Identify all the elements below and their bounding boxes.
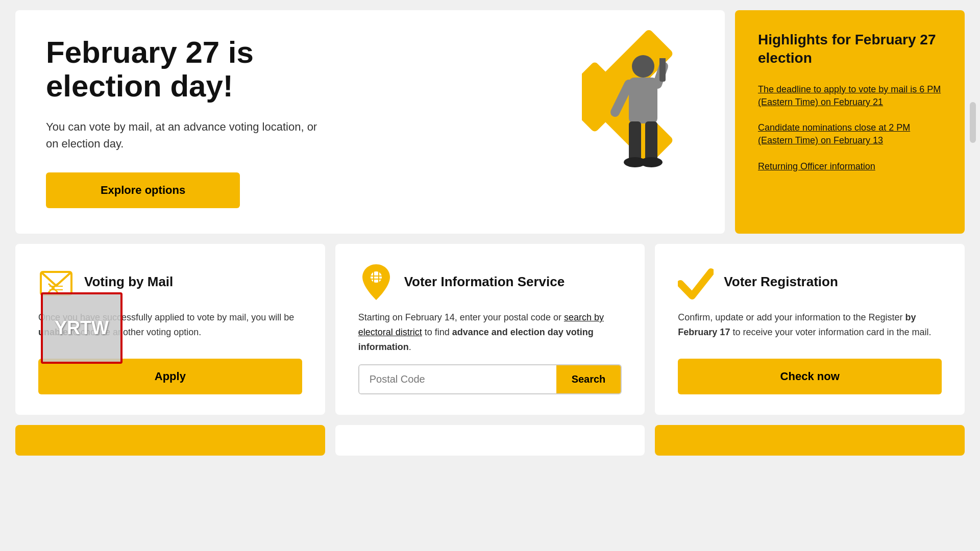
voter-info-title: Voter Information Service xyxy=(404,273,565,291)
highlights-title: Highlights for February 27 election xyxy=(758,31,942,68)
highlights-card: Highlights for February 27 election The … xyxy=(735,10,965,234)
postal-code-input[interactable] xyxy=(359,365,556,393)
explore-options-button[interactable]: Explore options xyxy=(46,172,240,208)
highlight-link-nominations[interactable]: Candidate nominations close at 2 PM (Eas… xyxy=(758,121,942,147)
highlight-link-returning-officer[interactable]: Returning Officer information xyxy=(758,160,942,173)
partial-card-2 xyxy=(335,425,645,456)
svg-rect-6 xyxy=(659,56,666,82)
voter-registration-card: Voter Registration Confirm, update or ad… xyxy=(655,244,965,415)
location-pin-icon xyxy=(358,264,394,300)
hero-card: February 27 is election day! You can vot… xyxy=(15,10,725,234)
voting-by-mail-card: Voting by Mail Once you have successfull… xyxy=(15,244,325,415)
apply-button[interactable]: Apply xyxy=(38,359,302,394)
voter-info-text: Starting on February 14, enter your post… xyxy=(358,310,622,354)
hero-content: February 27 is election day! You can vot… xyxy=(46,36,332,208)
hero-subtitle: You can vote by mail, at an advance voti… xyxy=(46,118,332,152)
checkmark-icon xyxy=(678,264,714,300)
postal-input-group: Search xyxy=(358,364,622,394)
check-now-button[interactable]: Check now xyxy=(678,359,942,394)
voter-information-card: Voter Information Service Starting on Fe… xyxy=(335,244,645,415)
yrtw-text: YRTW xyxy=(55,317,109,339)
voter-info-header: Voter Information Service xyxy=(358,264,622,300)
svg-rect-7 xyxy=(657,51,668,58)
svg-point-2 xyxy=(632,55,654,78)
svg-rect-8 xyxy=(629,121,641,162)
voter-registration-text: Confirm, update or add your information … xyxy=(678,310,942,348)
voter-registration-title: Voter Registration xyxy=(724,273,838,291)
svg-point-17 xyxy=(371,271,382,283)
highlight-link-mail-deadline[interactable]: The deadline to apply to vote by mail is… xyxy=(758,83,942,109)
svg-point-11 xyxy=(640,157,663,167)
election-illustration xyxy=(582,26,694,214)
partial-card-3 xyxy=(655,425,965,456)
yrtw-overlay: YRTW xyxy=(41,292,122,364)
voting-by-mail-title: Voting by Mail xyxy=(84,273,173,291)
hero-title: February 27 is election day! xyxy=(46,36,332,103)
partial-card-1 xyxy=(15,425,325,456)
search-button[interactable]: Search xyxy=(556,365,621,393)
page-scrollbar[interactable] xyxy=(970,102,976,143)
voter-registration-header: Voter Registration xyxy=(678,264,942,300)
svg-rect-9 xyxy=(645,121,657,162)
